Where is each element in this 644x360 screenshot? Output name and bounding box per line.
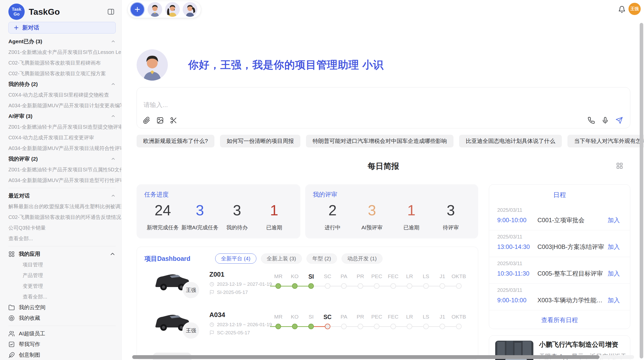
image-upload-icon[interactable] (156, 117, 164, 124)
join-event-link[interactable]: 加入 (608, 296, 620, 304)
avatar[interactable] (148, 2, 162, 17)
join-event-link[interactable]: 加入 (608, 269, 620, 278)
avatar[interactable] (183, 2, 197, 17)
project-flag-milestone: SI-2025-05-17 (209, 290, 248, 295)
user-avatar[interactable]: 王强 (628, 3, 641, 15)
sidebar-item-folder[interactable]: 我的云空间 (8, 302, 116, 313)
sidebar-item-my-apps[interactable]: 我的应用 (8, 249, 116, 259)
section-label: 我的待办 (2) (8, 81, 38, 88)
horizontal-scrollbar-thumb[interactable] (132, 355, 599, 359)
sidebar-tool[interactable]: 创意制图 (8, 350, 116, 360)
screenshot-scissors-icon[interactable] (170, 117, 177, 124)
milestone-dot (423, 324, 429, 329)
add-session-button[interactable] (130, 2, 145, 17)
greeting-block: 你好，王强，我是你的项目管理助理 小识 (137, 49, 384, 81)
milestone-label: J1 (434, 314, 451, 320)
chat-input[interactable] (143, 101, 525, 113)
milestone-dot (374, 283, 379, 289)
event-date: 2025/03/11 (497, 261, 620, 266)
sidebar-item[interactable]: C02-飞腾新能源轻客改款项目里程碑画布 (8, 57, 116, 68)
recent-chat-item[interactable]: C02-飞腾新能源轻客改款项目的闭环通告反馈情况 (8, 212, 116, 222)
suggestion-chip[interactable]: 比亚迪全固态电池计划具体说了什么 (459, 135, 562, 147)
app-root: Task Go TaskGo 新对话 Agent已办 (3)Z001-全新燃油皮… (0, 0, 644, 360)
voice-call-icon[interactable] (588, 117, 595, 124)
microphone-icon[interactable] (602, 117, 609, 124)
attachment-icon[interactable] (143, 117, 150, 124)
sidebar-item[interactable]: A034-全新新能源MUV产品开发项目造型可行性评审 (8, 175, 116, 186)
project-flag-milestone: SC-2025-05-17 (209, 330, 250, 336)
project-row[interactable]: 王强A0342023-12-19 ~ 2026-01-19SC-2025-05-… (137, 308, 478, 348)
project-owner-badge: 王强 (182, 322, 200, 339)
app-item[interactable]: 查看全部... (8, 291, 116, 302)
sidebar-tool[interactable]: 帮我写作 (8, 339, 116, 350)
schedule-event: 2025/03/1110:30-11:30C005-整车工程目标评审加入 (489, 257, 630, 284)
dashboard-tab[interactable]: 全新上装 (3) (261, 253, 302, 264)
vertical-scrollbar-thumb[interactable] (640, 23, 643, 358)
flag-text: SI-2025-05-17 (217, 290, 248, 295)
section-label: AI评审 (3) (8, 113, 33, 120)
milestone-track: MRKOSISCPAPRPECFECLRLSJ1OKTB (270, 267, 467, 295)
dashboard-tab[interactable]: 全新平台 (4) (215, 253, 256, 264)
sidebar-section-header[interactable]: Agent已办 (3) (8, 36, 116, 47)
sidebar-item[interactable]: Z001-全新燃油皮卡产品开发项目SI节点Lesson Learn报告 (8, 47, 116, 57)
stat-value: 3 (352, 202, 392, 218)
notification-bell-icon[interactable] (617, 5, 626, 14)
sidebar-item[interactable]: Z001-全新燃油轻卡产品开发项目SI造型提交物评审 (8, 122, 116, 132)
stat: 1已逾期 (392, 202, 431, 231)
sidebar-tool[interactable]: AI超级员工 (8, 328, 116, 339)
flag-icon (209, 330, 214, 335)
clock-icon (209, 282, 214, 287)
sidebar-collapse-icon[interactable] (106, 7, 116, 17)
sidebar-item[interactable]: C0X4-动力总成开发项目SI里程碑提交物检查 (8, 89, 116, 100)
recent-chat-item[interactable]: 查看全部... (8, 233, 116, 244)
divider (8, 326, 116, 326)
app-item[interactable]: 产品管理 (8, 270, 116, 281)
sidebar-item[interactable]: Z001-全新燃油轻卡产品开发项目SI节点属性5D文件评审 (8, 164, 116, 175)
dashboard-tab[interactable]: 动总开发 (1) (342, 253, 383, 264)
sidebar-item[interactable]: A034-全新新能源MUV产品开发项目法规符合性评审 (8, 143, 116, 154)
join-event-link[interactable]: 加入 (608, 243, 620, 251)
suggestion-chip[interactable]: 当下年轻人对汽车外观有怎样的喜好趋势 (567, 135, 644, 147)
suggestion-chip[interactable]: 如何写一份清晰的项目周报 (220, 135, 300, 147)
sidebar-section-header[interactable]: 我的待办 (2) (8, 79, 116, 89)
sidebar-section-header[interactable]: 我的评审 (2) (8, 154, 116, 164)
sidebar-section-header[interactable]: 最近对话 (8, 190, 116, 201)
stat-label: 已逾期 (256, 224, 293, 231)
layout-grid-icon[interactable] (616, 162, 623, 170)
tool-label: 创意制图 (19, 351, 40, 358)
sidebar-body: Agent已办 (3)Z001-全新燃油皮卡产品开发项目SI节点Lesson L… (8, 36, 116, 360)
sidebar: Task Go TaskGo 新对话 Agent已办 (3)Z001-全新燃油皮… (0, 0, 122, 360)
star-icon (8, 315, 15, 321)
pen-icon (8, 352, 15, 358)
app-item[interactable]: 项目管理 (8, 259, 116, 270)
stat-columns: 24新增完成任务3新增AI完成任务3我的待办1已逾期 (144, 202, 293, 231)
sidebar-item[interactable]: C02-飞腾新能源轻客改款项目立项汇报方案 (8, 68, 116, 79)
recent-chat-item[interactable]: 公司Q3轻卡销量 (8, 222, 116, 233)
task-progress-card: 任务进度24新增完成任务3新增AI完成任务3我的待办1已逾期 (137, 184, 300, 238)
avatar[interactable] (165, 2, 180, 17)
project-dates: 2023-12-19 ~ 2026-01-19 (209, 322, 272, 327)
sidebar-item[interactable]: A034-全新新能源MUV产品开发项目计划变更表编写 (8, 100, 116, 111)
app-item[interactable]: 变更管理 (8, 281, 116, 291)
milestone-label: PEC (369, 273, 385, 279)
dashboard-tab[interactable]: 年型 (2) (306, 253, 337, 264)
send-icon[interactable] (616, 117, 623, 124)
project-row[interactable]: 王强Z0012023-12-19 ~ 2027-01-19SI-2025-05-… (137, 267, 478, 308)
project-code: Z001 (209, 271, 224, 278)
new-chat-label: 新对话 (22, 24, 39, 32)
milestone-dot (456, 283, 462, 289)
sidebar-section-header[interactable]: AI评审 (3) (8, 111, 116, 122)
sidebar-item[interactable]: C0X4-动力总成开发项目工程变更评审 (8, 132, 116, 143)
suggestion-chip[interactable]: 特朗普可能对进口汽车增税会对中国车企造成哪些影响 (306, 135, 453, 147)
view-all-schedule-link[interactable]: 查看所有日程 (541, 316, 578, 324)
sidebar-item-star[interactable]: 我的收藏 (8, 313, 116, 323)
tool-label: 帮我写作 (19, 341, 40, 348)
milestone-label: LS (418, 273, 434, 279)
join-event-link[interactable]: 加入 (608, 216, 620, 224)
suggestion-chip[interactable]: 欧洲新规最近颁布了什么? (137, 135, 214, 147)
recent-chat-item[interactable]: 解释最新出台的欧盟报废车法规再生塑料比例被调至15%... (8, 201, 116, 212)
new-chat-button[interactable]: 新对话 (8, 22, 116, 34)
apps-label: 我的应用 (19, 250, 105, 258)
milestone-label: PR (352, 314, 369, 320)
stat-label: 新增完成任务 (144, 224, 181, 231)
